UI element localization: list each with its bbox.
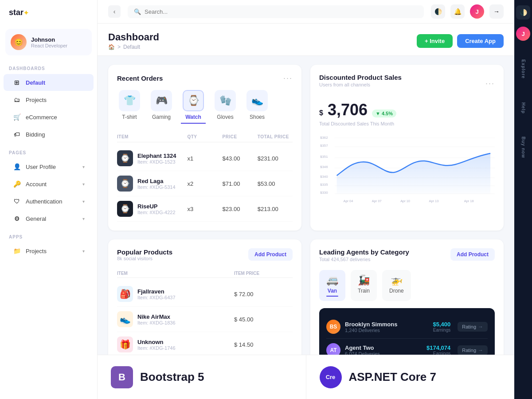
- earn-value: $5,400: [419, 321, 450, 328]
- right-panel-user-avatar[interactable]: J: [516, 27, 530, 41]
- product-id: Item: #XDG-6437: [137, 295, 176, 300]
- product-id: Item: #XDG-1746: [137, 345, 176, 351]
- agent-avatar: BS: [326, 320, 340, 334]
- svg-text:$357: $357: [320, 144, 328, 148]
- col-item: ITEM: [117, 134, 187, 139]
- leading-agents-subtitle: Total 424,567 deliveries: [319, 257, 409, 262]
- main-wrapper: ‹ 🔍 🌓 🔔 J → Dashboard 🏠 > Default + Invi…: [98, 0, 514, 399]
- svg-text:Apr 07: Apr 07: [372, 199, 382, 203]
- product-image: ⌚: [117, 201, 133, 217]
- sidebar-item-label: Bidding: [26, 131, 85, 138]
- aspnet-banner: Cre ASP.NET Core 7: [306, 355, 515, 399]
- add-product-button[interactable]: Add Product: [248, 248, 293, 261]
- pp-item-info: 🎒 Fjallraven Item: #XDG-6437: [117, 286, 234, 302]
- logo-text: star✦: [9, 8, 29, 17]
- rating-label: Rating: [462, 324, 476, 329]
- help-button[interactable]: Help: [516, 90, 530, 126]
- earn-value: $174,074: [419, 344, 450, 351]
- svg-text:$351: $351: [320, 155, 328, 159]
- section-title-apps: APPS: [0, 227, 97, 242]
- popular-products-title: Popular Products: [117, 248, 172, 256]
- cat-tab-watch[interactable]: ⌚ Watch: [181, 90, 206, 124]
- card-menu-icon[interactable]: ···: [485, 79, 495, 88]
- col-total: TOTAL PRICE: [258, 134, 293, 139]
- discounted-sales-subtitle: Users from all channels: [319, 82, 402, 87]
- la-cat-train[interactable]: 🚂 Train: [351, 270, 377, 301]
- sidebar-item-projects[interactable]: 🗂 Projects: [4, 91, 94, 108]
- table-row: ⌚ Elephant 1324 Item: #XDG-1523 x1 $43.0…: [117, 146, 293, 171]
- arrow-right-icon[interactable]: →: [489, 4, 504, 19]
- la-cat-drone[interactable]: 🚁 Drone: [382, 270, 411, 301]
- cat-label: Watch: [185, 114, 201, 120]
- sidebar-section-dashboards: DASHBOARDS ⊞ Default 🗂 Projects 🛒 eComme…: [0, 59, 97, 143]
- notification-button[interactable]: 🔔: [450, 4, 465, 19]
- sidebar-collapse-button[interactable]: ‹: [108, 5, 121, 18]
- cat-label: Gloves: [217, 114, 233, 120]
- recent-orders-card: Recent Orders ··· 👕 T-shirt 🎮 Gaming ⌚ W…: [108, 65, 301, 231]
- create-app-button[interactable]: Create App: [457, 34, 504, 48]
- popular-products-header: Popular Products 8k social visitors Add …: [117, 248, 293, 267]
- bootstrap-label: Bootstrap 5: [140, 370, 204, 384]
- theme-toggle-button[interactable]: 🌓: [431, 4, 445, 19]
- order-item-info: ⌚ Red Laga Item: #XDG-5314: [117, 176, 187, 192]
- pp-item-info: 👟 Nike AirMax Item: #XDG-1836: [117, 311, 234, 327]
- sidebar-item-bidding[interactable]: 🏷 Bidding: [4, 126, 94, 143]
- sales-badge: ▼ 4.5%: [372, 110, 396, 117]
- sidebar-item-authentication[interactable]: 🛡 Authentication ▾: [4, 193, 94, 210]
- order-qty: x3: [187, 206, 222, 212]
- la-cat-label: Drone: [389, 288, 404, 294]
- sidebar-item-apps-projects[interactable]: 📁 Projects ▾: [4, 243, 94, 259]
- aspnet-label: ASP.NET Core 7: [349, 370, 436, 384]
- home-icon: 🏠: [108, 44, 115, 50]
- currency-symbol: $: [319, 109, 323, 117]
- cat-tab-shoes[interactable]: 👟 Shoes: [245, 90, 270, 124]
- arrow-right-icon: →: [478, 347, 483, 353]
- sidebar-section-pages: PAGES 👤 User Profile ▾ 🔑 Account ▾ 🛡 Aut…: [0, 143, 97, 227]
- leading-agents-title: Leading Agents by Category: [319, 248, 409, 256]
- user-role: React Developer: [31, 43, 67, 48]
- product-price: $ 72.00: [234, 291, 293, 297]
- sales-number: 3,706: [328, 101, 368, 119]
- sidebar-item-default[interactable]: ⊞ Default: [4, 74, 94, 91]
- user-profile-card[interactable]: 😊 Johnson React Developer: [5, 29, 92, 55]
- sidebar-item-ecommerce[interactable]: 🛒 eCommerce: [4, 109, 94, 125]
- recent-orders-header: Recent Orders ···: [117, 74, 293, 83]
- sidebar-item-general[interactable]: ⚙ General ▾: [4, 210, 94, 227]
- svg-text:$335: $335: [320, 183, 328, 187]
- search-bar: 🔍: [128, 5, 424, 18]
- order-price: $43.00: [223, 155, 258, 162]
- topbar-avatar[interactable]: J: [470, 4, 484, 19]
- sidebar-item-account[interactable]: 🔑 Account ▾: [4, 176, 94, 192]
- sidebar-item-user-profile[interactable]: 👤 User Profile ▾: [4, 158, 94, 175]
- search-input[interactable]: [145, 8, 233, 15]
- discounted-sales-titles: Discounted Product Sales Users from all …: [319, 74, 402, 94]
- sidebar: star✦ 😊 Johnson React Developer DASHBOAR…: [0, 0, 98, 399]
- rating-button[interactable]: Rating →: [458, 322, 488, 332]
- order-price: $23.00: [223, 206, 258, 212]
- order-qty: x1: [187, 155, 222, 162]
- grid-icon: ⊞: [12, 78, 21, 87]
- projects-icon: 🗂: [12, 95, 21, 104]
- chevron-down-icon: ▾: [82, 199, 85, 204]
- popular-products-subtitle: 8k social visitors: [117, 256, 172, 261]
- gaming-icon: 🎮: [151, 90, 172, 111]
- explore-button[interactable]: Explore: [516, 51, 530, 87]
- svg-text:Apr 04: Apr 04: [343, 199, 353, 203]
- breadcrumb-current: Default: [123, 44, 140, 50]
- inactive-underline: [389, 296, 404, 297]
- la-cat-van[interactable]: 🚐 Van: [319, 270, 345, 301]
- add-product-button-agents[interactable]: Add Product: [450, 248, 495, 261]
- agent-row: BS Brooklyn Simmons 1,240 Deliveries $5,…: [326, 315, 488, 339]
- buy-now-button[interactable]: Buy now: [516, 129, 530, 165]
- cat-tab-tshirt[interactable]: 👕 T-shirt: [117, 90, 142, 124]
- topbar-actions: 🌓 🔔 J →: [431, 4, 504, 19]
- rating-button[interactable]: Rating →: [458, 345, 488, 355]
- table-row: ⌚ Red Laga Item: #XDG-5314 x2 $71.00 $53…: [117, 171, 293, 196]
- cat-tab-gaming[interactable]: 🎮 Gaming: [149, 90, 174, 124]
- cat-tab-gloves[interactable]: 🧤 Gloves: [213, 90, 238, 124]
- card-menu-icon[interactable]: ···: [283, 74, 293, 83]
- order-table-head: ITEM QTY PRICE TOTAL PRICE: [117, 132, 293, 142]
- shield-icon: 🛡: [12, 197, 21, 206]
- invite-button[interactable]: + Invite: [417, 34, 453, 48]
- right-panel-avatar[interactable]: 🌓: [516, 5, 530, 20]
